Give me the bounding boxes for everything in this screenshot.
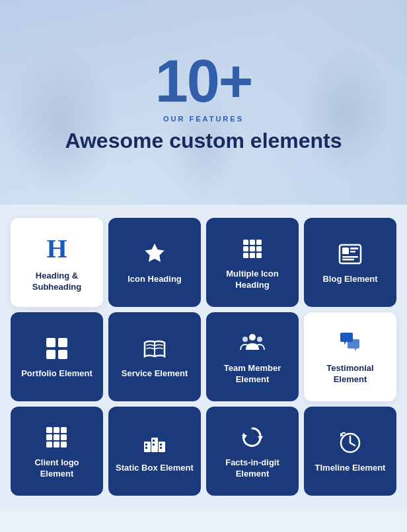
grid-item-multiple-icon-heading[interactable]: Multiple Icon Heading — [206, 218, 299, 307]
svg-rect-5 — [256, 246, 262, 251]
grid-item-static-box-element[interactable]: Static Box Element — [108, 407, 201, 496]
grid-label-service-element: Service Element — [122, 368, 188, 380]
team-icon — [239, 330, 266, 356]
svg-rect-3 — [243, 246, 248, 251]
svg-marker-41 — [258, 436, 263, 440]
grid-item-client-logo-element[interactable]: Client logo Element — [11, 407, 103, 496]
portfolio-icon — [44, 335, 70, 362]
svg-rect-1 — [250, 240, 255, 245]
grid-label-testimonial-element: Testimonial Element — [311, 363, 390, 385]
svg-rect-14 — [342, 259, 354, 261]
blog-icon — [337, 241, 363, 267]
grid-dots-icon — [239, 236, 266, 262]
grid-item-icon-heading[interactable]: Icon Heading — [108, 218, 201, 307]
grid-label-facts-in-digit-element: Facts-in-digit Element — [213, 457, 292, 480]
grid-item-service-element[interactable]: Service Element — [108, 312, 201, 401]
grid-label-icon-heading: Icon Heading — [128, 274, 182, 285]
svg-rect-16 — [58, 338, 67, 347]
svg-rect-34 — [159, 442, 165, 452]
grid-label-timeline-element: TImeline Element — [315, 463, 386, 474]
svg-rect-6 — [243, 253, 248, 258]
grid-item-portfolio-element[interactable]: Portfolio Element — [11, 312, 103, 401]
svg-rect-26 — [46, 434, 52, 440]
hero-section: 10+ OUR FEATURES Awesome custom elements — [0, 0, 407, 205]
testimonial-icon — [337, 330, 363, 356]
static-box-icon — [141, 430, 168, 456]
grid-label-static-box-element: Static Box Element — [116, 463, 194, 474]
facts-icon — [239, 424, 266, 451]
svg-point-20 — [249, 334, 256, 341]
grid-item-heading-subheading[interactable]: H Heading & Subheading — [11, 218, 103, 307]
grid-item-team-member-element[interactable]: Team Member Element — [206, 312, 299, 401]
client-logo-icon — [44, 424, 70, 451]
svg-point-21 — [242, 337, 248, 342]
grid-label-client-logo-element: Client logo Element — [17, 457, 96, 480]
svg-line-45 — [350, 443, 355, 446]
grid-label-multiple-icon-heading: Multiple Icon Heading — [213, 269, 292, 291]
grid-item-facts-in-digit-element[interactable]: Facts-in-digit Element — [206, 407, 299, 496]
grid-label-blog-element: Blog Element — [322, 274, 377, 285]
features-grid: H Heading & Subheading Icon Heading — [11, 218, 396, 496]
svg-rect-29 — [46, 442, 52, 448]
svg-rect-25 — [61, 427, 67, 433]
grid-label-heading-subheading: Heading & Subheading — [17, 271, 96, 293]
svg-rect-8 — [256, 253, 262, 258]
service-icon — [141, 335, 168, 362]
svg-rect-31 — [61, 442, 67, 448]
svg-point-22 — [257, 337, 262, 342]
svg-rect-35 — [145, 444, 147, 446]
hero-title: Awesome custom elements — [52, 128, 355, 153]
svg-rect-28 — [61, 434, 67, 440]
svg-rect-12 — [350, 251, 355, 253]
svg-rect-11 — [350, 248, 358, 249]
grid-item-blog-element[interactable]: Blog Element — [304, 218, 396, 307]
svg-rect-15 — [46, 338, 56, 347]
hero-features-label: OUR FEATURES — [163, 115, 244, 123]
svg-rect-39 — [153, 444, 155, 446]
svg-rect-17 — [46, 350, 56, 359]
svg-rect-40 — [160, 447, 162, 449]
hero-number: 10+ — [155, 51, 252, 111]
svg-rect-23 — [46, 427, 52, 433]
svg-rect-24 — [54, 427, 59, 433]
grid-item-timeline-element[interactable]: TImeline Element — [304, 407, 396, 496]
svg-rect-30 — [54, 442, 59, 448]
svg-rect-27 — [54, 434, 59, 440]
grid-label-team-member-element: Team Member Element — [213, 363, 292, 385]
grid-label-portfolio-element: Portfolio Element — [21, 368, 92, 380]
svg-rect-18 — [58, 350, 67, 359]
svg-rect-10 — [342, 248, 349, 254]
features-grid-section: H Heading & Subheading Icon Heading — [0, 205, 407, 509]
svg-rect-36 — [153, 440, 155, 442]
grid-item-testimonial-element[interactable]: Testimonial Element — [304, 312, 396, 401]
svg-rect-37 — [160, 444, 162, 446]
svg-rect-7 — [250, 253, 255, 258]
star-icon — [141, 241, 168, 267]
svg-rect-32 — [144, 442, 151, 452]
heading-icon: H — [46, 233, 67, 264]
svg-rect-2 — [256, 240, 262, 245]
svg-rect-38 — [145, 447, 147, 449]
svg-rect-13 — [342, 256, 358, 258]
svg-rect-0 — [243, 240, 248, 245]
timeline-icon — [337, 430, 363, 456]
svg-rect-4 — [250, 246, 255, 251]
